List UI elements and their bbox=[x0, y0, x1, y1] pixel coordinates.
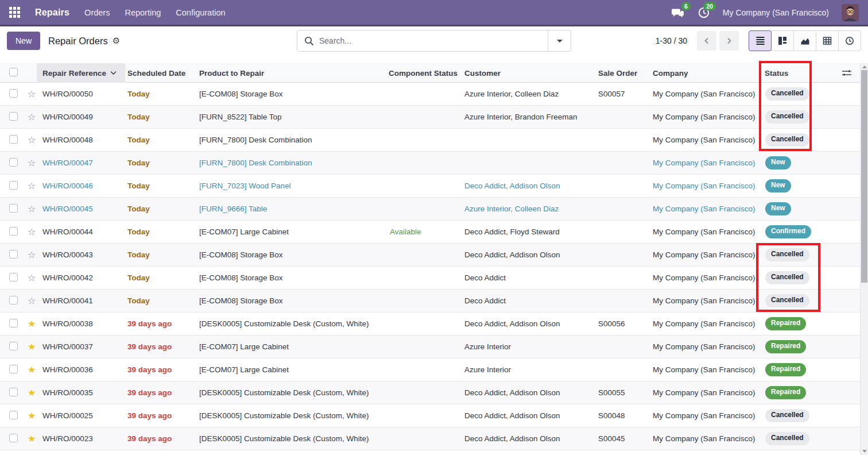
priority-star[interactable]: ☆ bbox=[25, 273, 40, 283]
priority-star[interactable]: ☆ bbox=[25, 159, 40, 168]
apps-grid-icon[interactable] bbox=[9, 7, 20, 18]
row-select-checkbox[interactable] bbox=[0, 158, 25, 168]
user-avatar[interactable] bbox=[842, 4, 859, 21]
cell-repair-reference: WH/RO/00047 bbox=[40, 159, 125, 167]
table-row[interactable]: ☆ WH/RO/00050 Today [E-COM08] Storage Bo… bbox=[0, 83, 860, 106]
row-select-checkbox[interactable] bbox=[0, 434, 25, 444]
cell-status: Cancelled bbox=[762, 409, 829, 422]
table-row[interactable]: ☆ WH/RO/00049 Today [FURN_8522] Table To… bbox=[0, 106, 860, 129]
row-select-checkbox[interactable] bbox=[0, 112, 25, 122]
row-select-checkbox[interactable] bbox=[0, 204, 25, 214]
cell-status: Cancelled bbox=[762, 248, 829, 261]
column-header-component-status[interactable]: Component Status bbox=[386, 69, 461, 78]
priority-star[interactable]: ☆ bbox=[25, 113, 40, 122]
row-select-checkbox[interactable] bbox=[0, 388, 25, 398]
list-view-button[interactable] bbox=[749, 30, 772, 51]
kanban-view-button[interactable] bbox=[771, 30, 794, 51]
scroll-down-arrow[interactable] bbox=[862, 450, 867, 453]
priority-star[interactable]: ☆ bbox=[25, 205, 40, 214]
status-badge: Repaired bbox=[765, 363, 806, 376]
pager-previous-button[interactable] bbox=[697, 31, 716, 51]
table-row[interactable]: ★ WH/RO/00036 39 days ago [E-COM07] Larg… bbox=[0, 358, 860, 381]
table-row[interactable]: ☆ WH/RO/00045 Today [FURN_9666] Table Az… bbox=[0, 198, 860, 221]
priority-star[interactable]: ★ bbox=[25, 365, 40, 375]
table-row[interactable]: ☆ WH/RO/00047 Today [FURN_7800] Desk Com… bbox=[0, 152, 860, 175]
vertical-scrollbar[interactable] bbox=[860, 63, 868, 455]
priority-star[interactable]: ☆ bbox=[25, 228, 40, 237]
priority-star[interactable]: ☆ bbox=[25, 296, 40, 306]
view-settings-gear-icon[interactable]: ⚙ bbox=[113, 36, 120, 46]
cell-customer: Azure Interior bbox=[461, 365, 596, 374]
activities-count-badge: 20 bbox=[703, 2, 716, 11]
status-badge: New bbox=[765, 156, 791, 169]
column-header-scheduled-date[interactable]: Scheduled Date bbox=[125, 69, 197, 78]
column-header-sale-order[interactable]: Sale Order bbox=[596, 69, 650, 78]
new-button[interactable]: New bbox=[7, 32, 40, 50]
pivot-view-button[interactable] bbox=[816, 30, 839, 51]
view-switcher bbox=[749, 30, 861, 51]
cell-sale-order: S00056 bbox=[596, 319, 650, 328]
priority-star[interactable]: ☆ bbox=[25, 182, 40, 191]
priority-star[interactable]: ★ bbox=[25, 411, 40, 421]
graph-view-button[interactable] bbox=[793, 30, 816, 51]
nav-item-reporting[interactable]: Reporting bbox=[125, 8, 161, 17]
row-select-checkbox[interactable] bbox=[0, 319, 25, 329]
pager-next-button[interactable] bbox=[719, 31, 739, 51]
table-row[interactable]: ☆ WH/RO/00043 Today [E-COM08] Storage Bo… bbox=[0, 244, 860, 267]
table-row[interactable]: ☆ WH/RO/00048 Today [FURN_7800] Desk Com… bbox=[0, 129, 860, 152]
row-select-checkbox[interactable] bbox=[0, 273, 25, 283]
row-select-checkbox[interactable] bbox=[0, 296, 25, 306]
column-header-repair-reference[interactable]: Repair Reference bbox=[37, 63, 125, 83]
table-row[interactable]: ☆ WH/RO/00042 Today [E-COM08] Storage Bo… bbox=[0, 267, 860, 290]
search-icon bbox=[304, 36, 314, 46]
table-row[interactable]: ★ WH/RO/00023 39 days ago [DESK0005] Cus… bbox=[0, 427, 860, 450]
row-select-checkbox[interactable] bbox=[0, 227, 25, 237]
cell-status: Repaired bbox=[762, 386, 829, 399]
table-row[interactable]: ☆ WH/RO/00046 Today [FURN_7023] Wood Pan… bbox=[0, 175, 860, 198]
row-select-checkbox[interactable] bbox=[0, 135, 25, 145]
nav-item-configuration[interactable]: Configuration bbox=[176, 8, 225, 17]
cell-status: Confirmed bbox=[762, 225, 829, 238]
row-select-checkbox[interactable] bbox=[0, 250, 25, 260]
priority-star[interactable]: ☆ bbox=[25, 90, 40, 99]
priority-star[interactable]: ☆ bbox=[25, 250, 40, 260]
table-row[interactable]: ★ WH/RO/00025 39 days ago [DESK0005] Cus… bbox=[0, 404, 860, 427]
nav-item-orders[interactable]: Orders bbox=[84, 8, 110, 17]
priority-star[interactable]: ★ bbox=[25, 434, 40, 444]
activities-clock-icon[interactable]: 20 bbox=[698, 6, 710, 19]
row-select-checkbox[interactable] bbox=[0, 365, 25, 375]
search-dropdown-toggle[interactable] bbox=[548, 30, 571, 51]
column-header-product[interactable]: Product to Repair bbox=[197, 69, 386, 78]
company-switcher[interactable]: My Company (San Francisco) bbox=[723, 8, 829, 17]
table-row[interactable]: ★ WH/RO/00038 39 days ago [DESK0005] Cus… bbox=[0, 313, 860, 336]
cell-product: [E-COM07] Large Cabinet bbox=[197, 228, 386, 236]
search-input[interactable] bbox=[319, 36, 548, 45]
column-label: Repair Reference bbox=[42, 69, 106, 78]
table-row[interactable]: ☆ WH/RO/00041 Today [E-COM08] Storage Bo… bbox=[0, 290, 860, 313]
priority-star[interactable]: ★ bbox=[25, 342, 40, 352]
control-panel: New Repair Orders ⚙ 1-30 / 30 bbox=[0, 26, 868, 55]
table-row[interactable]: ★ WH/RO/00035 39 days ago [DESK0005] Cus… bbox=[0, 381, 860, 404]
table-row[interactable]: ★ WH/RO/00037 39 days ago [E-COM07] Larg… bbox=[0, 336, 860, 358]
messages-icon[interactable]: 6 bbox=[671, 6, 685, 19]
priority-star[interactable]: ★ bbox=[25, 388, 40, 398]
column-header-customer[interactable]: Customer bbox=[461, 69, 596, 78]
row-select-checkbox[interactable] bbox=[0, 411, 25, 421]
scrollbar-thumb[interactable] bbox=[861, 70, 867, 283]
column-header-company[interactable]: Company bbox=[650, 69, 762, 78]
cell-product: [E-COM08] Storage Box bbox=[197, 90, 386, 98]
activity-view-button[interactable] bbox=[838, 30, 861, 51]
priority-star[interactable]: ★ bbox=[25, 319, 40, 329]
cell-product: [E-COM08] Storage Box bbox=[197, 250, 386, 259]
table-row[interactable]: ☆ WH/RO/00044 Today [E-COM07] Large Cabi… bbox=[0, 221, 860, 244]
scroll-up-arrow[interactable] bbox=[862, 65, 867, 68]
select-all-checkbox[interactable] bbox=[0, 68, 25, 78]
row-select-checkbox[interactable] bbox=[0, 342, 25, 352]
optional-columns-sliders-icon[interactable] bbox=[839, 69, 860, 77]
cell-repair-reference: WH/RO/00043 bbox=[40, 250, 125, 259]
row-select-checkbox[interactable] bbox=[0, 89, 25, 99]
column-header-status[interactable]: Status bbox=[762, 69, 829, 78]
row-select-checkbox[interactable] bbox=[0, 181, 25, 191]
priority-star[interactable]: ☆ bbox=[25, 136, 40, 145]
app-name[interactable]: Repairs bbox=[35, 7, 69, 18]
